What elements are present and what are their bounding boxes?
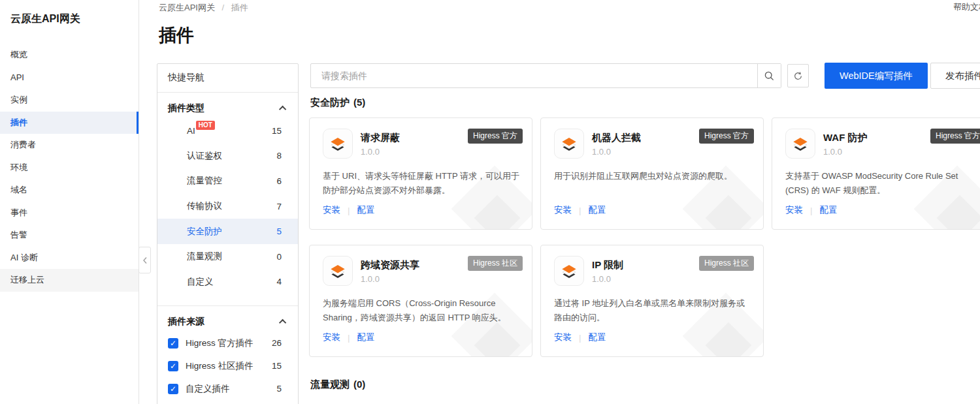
filter-panel: 快捷导航 插件类型 AIHOT 15 认证鉴权 8 流量管控 6 传输协议 7 … xyxy=(157,63,299,404)
plugin-source-item[interactable]: ✓ Higress 官方插件 26 xyxy=(157,332,298,354)
configure-link[interactable]: 配置 xyxy=(357,204,375,216)
configure-link[interactable]: 配置 xyxy=(357,332,375,343)
plugin-type-label: 流量观测 xyxy=(187,251,222,262)
plugin-card-title: 跨域资源共享 xyxy=(361,259,419,272)
plugin-card-actions: 安装 | 配置 xyxy=(323,204,375,216)
search-input[interactable] xyxy=(311,64,757,87)
plugin-card-actions: 安装 | 配置 xyxy=(323,332,375,343)
plugin-card-actions: 安装 | 配置 xyxy=(554,204,606,216)
section-header-security: 安全防护(5) xyxy=(310,97,365,109)
plugin-type-item[interactable]: 认证鉴权 8 xyxy=(157,144,298,169)
sidebar-item-label: 迁移上云 xyxy=(10,274,44,286)
sidebar-item[interactable]: 事件 xyxy=(0,202,139,225)
plugin-type-count: 15 xyxy=(272,126,282,136)
plugin-type-item[interactable]: 安全防护 5 xyxy=(157,219,298,244)
section-header-observability: 流量观测(0) xyxy=(310,379,365,391)
sidebar-item[interactable]: API xyxy=(0,67,139,89)
install-link[interactable]: 安装 xyxy=(554,332,572,343)
sidebar-item-label: 域名 xyxy=(10,184,27,196)
plugin-type-count: 4 xyxy=(276,277,282,287)
configure-link[interactable]: 配置 xyxy=(589,204,606,216)
plugin-source-group-title: 插件来源 xyxy=(168,316,204,328)
chevron-up-icon[interactable] xyxy=(279,319,286,326)
plugin-source-badge: Higress 官方 xyxy=(699,129,754,144)
quick-nav-header: 快捷导航 xyxy=(157,64,298,93)
install-link[interactable]: 安装 xyxy=(554,204,572,216)
action-divider: | xyxy=(579,333,581,343)
refresh-button[interactable] xyxy=(787,64,809,87)
plugin-source-item[interactable]: ✓ Higress 社区插件 15 xyxy=(157,354,298,377)
sidebar-item[interactable]: 实例 xyxy=(0,89,139,112)
configure-link[interactable]: 配置 xyxy=(589,332,606,343)
action-divider: | xyxy=(348,333,350,343)
sidebar-collapse-button[interactable] xyxy=(139,247,151,273)
sidebar-item[interactable]: 插件 xyxy=(0,112,139,134)
plugin-type-item[interactable]: 自定义 4 xyxy=(157,270,298,295)
plugin-type-item[interactable]: 流量管控 6 xyxy=(157,168,298,194)
section-title: 安全防护 xyxy=(310,97,350,108)
plugin-card-version: 1.0.0 xyxy=(823,147,842,157)
plugin-layers-icon xyxy=(554,256,584,286)
webide-write-plugin-button[interactable]: WebIDE编写插件 xyxy=(825,63,928,89)
search-bar xyxy=(310,63,781,88)
sidebar-item[interactable]: 概览 xyxy=(0,44,139,67)
plugin-source-label: Higress 官方插件 xyxy=(186,337,253,349)
sidebar-item[interactable]: AI 诊断 xyxy=(0,247,139,270)
plugin-card-description: 通过将 IP 地址列入白名单或黑名单来限制对服务或路由的访问。 xyxy=(554,296,753,325)
help-doc-link[interactable]: 帮助文档 xyxy=(953,1,980,13)
breadcrumb-separator: / xyxy=(222,3,225,12)
plugin-type-item[interactable]: AIHOT 15 xyxy=(157,118,298,144)
plugin-type-count: 8 xyxy=(276,151,282,161)
section-count: (5) xyxy=(353,97,365,108)
plugin-card-description: 用于识别并阻止互联网爬虫对站点资源的爬取。 xyxy=(554,169,753,183)
publish-plugin-button[interactable]: 发布插件 xyxy=(930,63,980,89)
plugin-layers-icon xyxy=(785,129,815,159)
action-divider: | xyxy=(810,206,813,215)
plugin-type-group-header: 插件类型 xyxy=(157,93,298,118)
plugin-type-label: 安全防护 xyxy=(187,226,222,238)
plugin-source-label: Higress 社区插件 xyxy=(186,360,253,372)
hot-badge: HOT xyxy=(196,121,215,130)
plugin-type-item[interactable]: 传输协议 7 xyxy=(157,194,298,219)
product-title: 云原生API网关 xyxy=(0,0,139,26)
search-icon xyxy=(764,70,775,82)
plugin-type-count: 6 xyxy=(276,176,282,186)
search-button[interactable] xyxy=(757,64,781,87)
plugin-source-group-header: 插件来源 xyxy=(157,306,298,332)
sidebar-item[interactable]: 告警 xyxy=(0,224,139,247)
plugin-card-version: 1.0.0 xyxy=(361,147,380,157)
sidebar-item[interactable]: 迁移上云 xyxy=(0,269,139,292)
plugin-type-count: 0 xyxy=(276,252,282,262)
plugin-card-title: WAF 防护 xyxy=(823,132,868,144)
configure-link[interactable]: 配置 xyxy=(820,204,838,216)
plugin-source-badge: Higress 社区 xyxy=(699,256,754,271)
source-checkbox[interactable]: ✓ xyxy=(168,384,178,394)
source-checkbox[interactable]: ✓ xyxy=(168,338,178,349)
sidebar-item-label: 实例 xyxy=(10,94,27,106)
action-divider: | xyxy=(579,206,581,215)
sidebar-item-label: 插件 xyxy=(10,117,27,129)
plugin-card-description: 基于 URI、请求头等特征屏蔽 HTTP 请求，可以用于防护部分站点资源不对外部… xyxy=(323,169,521,198)
sidebar-item-label: AI 诊断 xyxy=(10,252,38,264)
source-checkbox[interactable]: ✓ xyxy=(168,361,178,371)
plugin-card-title: 机器人拦截 xyxy=(592,132,641,144)
plugin-source-item[interactable]: ✓ 自定义插件 5 xyxy=(157,377,298,400)
breadcrumb-root[interactable]: 云原生API网关 xyxy=(159,3,215,12)
sidebar-item-label: 告警 xyxy=(10,229,27,241)
chevron-up-icon[interactable] xyxy=(279,106,286,113)
section-count: (0) xyxy=(353,379,365,390)
plugin-source-badge: Higress 社区 xyxy=(468,256,523,271)
plugin-card: 请求屏蔽 1.0.0 Higress 官方 基于 URI、请求头等特征屏蔽 HT… xyxy=(309,117,532,230)
action-divider: | xyxy=(348,206,350,215)
sidebar-item[interactable]: 环境 xyxy=(0,157,139,179)
install-link[interactable]: 安装 xyxy=(323,204,340,216)
sidebar-item[interactable]: 域名 xyxy=(0,179,139,202)
app-sidebar: 云原生API网关 概览API实例插件消费者环境域名事件告警AI 诊断迁移上云 xyxy=(0,0,139,404)
install-link[interactable]: 安装 xyxy=(323,332,340,343)
install-link[interactable]: 安装 xyxy=(785,204,803,216)
plugin-card-version: 1.0.0 xyxy=(592,147,611,157)
plugin-layers-icon xyxy=(323,256,353,286)
plugin-type-item[interactable]: 流量观测 0 xyxy=(157,244,298,270)
page-title: 插件 xyxy=(159,23,194,47)
sidebar-item[interactable]: 消费者 xyxy=(0,134,139,157)
